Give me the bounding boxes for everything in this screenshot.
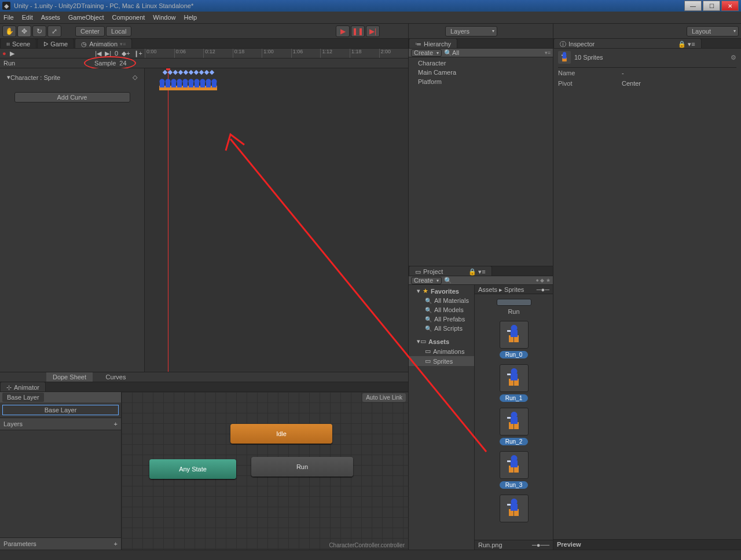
- status-bar: [0, 550, 741, 560]
- window-title: Unity - 1.unity - Unity2DTraining - PC, …: [14, 2, 193, 9]
- playhead[interactable]: [168, 68, 168, 372]
- fav-all-scripts[interactable]: 🔍All Scripts: [409, 324, 474, 333]
- auto-live-link-button[interactable]: Auto Live Link: [362, 393, 406, 402]
- hierarchy-create-dropdown[interactable]: Create: [411, 49, 442, 57]
- sprite-run-2[interactable]: Run_2: [500, 408, 529, 445]
- layer-base-layer[interactable]: Base Layer: [2, 405, 119, 415]
- fav-all-prefabs[interactable]: 🔍All Prefabs: [409, 314, 474, 324]
- close-button[interactable]: ✕: [721, 1, 739, 11]
- state-machine-graph[interactable]: Auto Live Link Idle Any State Run Charac…: [122, 392, 408, 550]
- record-button[interactable]: ●: [2, 50, 6, 57]
- timeline-ruler[interactable]: 0:00 0:06 0:12 0:18 1:00 1:06 1:12 1:18 …: [145, 49, 408, 58]
- scale-tool-button[interactable]: ⤢: [47, 25, 61, 37]
- sprite-run-4[interactable]: [500, 495, 529, 522]
- layers-dropdown[interactable]: Layers: [445, 26, 497, 36]
- menu-edit[interactable]: Edit: [22, 14, 33, 21]
- inspector-name-value: -: [622, 69, 624, 76]
- animator-panel: ⊹ Animator Base Layer Base Layer Layers+…: [0, 382, 408, 550]
- curves-tab[interactable]: Curves: [93, 372, 139, 382]
- assets-header[interactable]: ▾▭ Assets: [409, 336, 474, 346]
- folder-sprites[interactable]: ▭ Sprites: [409, 356, 474, 366]
- anim-play-button[interactable]: ▶: [10, 50, 14, 57]
- fav-all-materials[interactable]: 🔍All Materials: [409, 296, 474, 305]
- hierarchy-list: Character Main Camera Platform: [409, 57, 553, 266]
- menu-file[interactable]: File: [3, 14, 14, 21]
- sprite-track[interactable]: ▾ Character : Sprite◇: [3, 72, 141, 83]
- settings-gear-icon[interactable]: ⚙: [731, 54, 736, 61]
- parameters-header: Parameters: [3, 540, 36, 547]
- menu-component[interactable]: Component: [112, 14, 145, 21]
- tab-game[interactable]: ᐅ Game: [37, 38, 74, 48]
- panel-menu-icon[interactable]: ▾≡: [545, 50, 551, 56]
- pause-button[interactable]: ❚❚: [351, 25, 365, 37]
- state-run[interactable]: Run: [251, 457, 353, 477]
- tab-animation[interactable]: ◷ Animation▾≡: [75, 38, 132, 48]
- hierarchy-item-platform[interactable]: Platform: [409, 77, 553, 86]
- menu-assets[interactable]: Assets: [41, 14, 60, 21]
- frame-field[interactable]: 0: [115, 50, 118, 57]
- preview-header[interactable]: Preview: [553, 539, 741, 550]
- add-layer-button[interactable]: +: [114, 420, 118, 427]
- prev-key-button[interactable]: |◀: [95, 50, 101, 57]
- hierarchy-item-character[interactable]: Character: [409, 58, 553, 68]
- inspector-heading: 10 Sprites: [574, 54, 603, 61]
- tab-project[interactable]: ▭ Project🔒 ▾≡: [409, 266, 492, 276]
- folder-animations[interactable]: ▭ Animations: [409, 346, 474, 356]
- add-keyframe-button[interactable]: ◆+: [122, 50, 130, 57]
- hierarchy-search[interactable]: 🔍All: [444, 49, 459, 57]
- step-button[interactable]: ▶|: [366, 25, 380, 37]
- project-breadcrumb[interactable]: Assets ▸ Sprites─●─: [475, 285, 553, 294]
- tab-scene[interactable]: ⌗ Scene: [0, 38, 36, 48]
- maximize-button[interactable]: ☐: [703, 1, 720, 11]
- add-curve-button[interactable]: Add Curve: [14, 92, 130, 103]
- grid-size-slider[interactable]: ─●──: [532, 541, 549, 548]
- tab-inspector[interactable]: ⓘ Inspector🔒 ▾≡: [553, 38, 702, 48]
- hierarchy-item-main-camera[interactable]: Main Camera: [409, 68, 553, 77]
- minimize-button[interactable]: —: [684, 1, 702, 11]
- tab-hierarchy[interactable]: ≔ Hierarchy: [409, 38, 457, 48]
- clip-dropdown[interactable]: Run: [0, 58, 90, 68]
- sprite-run-0[interactable]: Run_0: [500, 321, 529, 358]
- fav-all-models[interactable]: 🔍All Models: [409, 305, 474, 314]
- breadcrumb-base-layer[interactable]: Base Layer: [2, 393, 44, 402]
- popout-icon[interactable]: ▾≡: [120, 41, 126, 47]
- unity-logo-icon: ◆: [2, 2, 10, 10]
- play-button[interactable]: ▶: [336, 25, 350, 37]
- project-menu-icon[interactable]: 🔒 ▾≡: [468, 268, 485, 276]
- layout-dropdown[interactable]: Layout: [687, 26, 739, 36]
- inspector-pivot-value: Center: [622, 80, 641, 87]
- favorites-header[interactable]: ▾★Favorites: [409, 286, 474, 296]
- project-footer: Run.png─●──: [475, 540, 553, 550]
- sprite-run-1[interactable]: Run_1: [500, 364, 529, 402]
- editor-tabs: ⌗ Scene ᐅ Game ◷ Animation▾≡: [0, 39, 408, 49]
- sprite-run-3[interactable]: Run_3: [500, 451, 529, 489]
- add-parameter-button[interactable]: +: [114, 540, 118, 547]
- project-search[interactable]: 🔍: [444, 277, 452, 284]
- rotate-tool-button[interactable]: ↻: [32, 25, 46, 37]
- menu-window[interactable]: Window: [153, 14, 175, 21]
- project-tree: ▾★Favorites 🔍All Materials 🔍All Models 🔍…: [409, 285, 475, 550]
- inspector-menu-icon[interactable]: 🔒 ▾≡: [678, 41, 695, 48]
- title-bar: ◆ Unity - 1.unity - Unity2DTraining - PC…: [0, 0, 741, 12]
- project-filter-icons[interactable]: ● ◆ ★: [536, 277, 551, 283]
- grid-slider[interactable]: ─●─: [537, 286, 549, 293]
- sample-field[interactable]: Sample 24: [90, 58, 131, 68]
- state-idle[interactable]: Idle: [230, 424, 332, 444]
- menu-help[interactable]: Help: [184, 14, 197, 21]
- animation-panel: ● ▶ |◀ ▶| 0 ◆+ ❙+ 0:00 0:06 0:12 0:18 1:…: [0, 49, 408, 382]
- add-event-button[interactable]: ❙+: [134, 50, 142, 57]
- state-any-state[interactable]: Any State: [149, 459, 236, 479]
- hand-tool-button[interactable]: ✋: [2, 25, 16, 37]
- tab-animator[interactable]: ⊹ Animator: [0, 382, 46, 391]
- dopesheet-area[interactable]: [145, 68, 408, 372]
- pivot-center-button[interactable]: Center: [75, 26, 105, 36]
- move-tool-button[interactable]: ✥: [17, 25, 31, 37]
- dopesheet-tab[interactable]: Dope Sheet: [46, 372, 93, 382]
- keyframe-row[interactable]: [163, 71, 214, 74]
- sprite-sheet-run[interactable]: Run: [497, 299, 531, 315]
- next-key-button[interactable]: ▶|: [105, 50, 111, 57]
- menu-gameobject[interactable]: GameObject: [68, 14, 104, 21]
- sprite-previews: [161, 79, 225, 94]
- project-create-dropdown[interactable]: Create: [411, 277, 442, 284]
- pivot-local-button[interactable]: Local: [106, 26, 131, 36]
